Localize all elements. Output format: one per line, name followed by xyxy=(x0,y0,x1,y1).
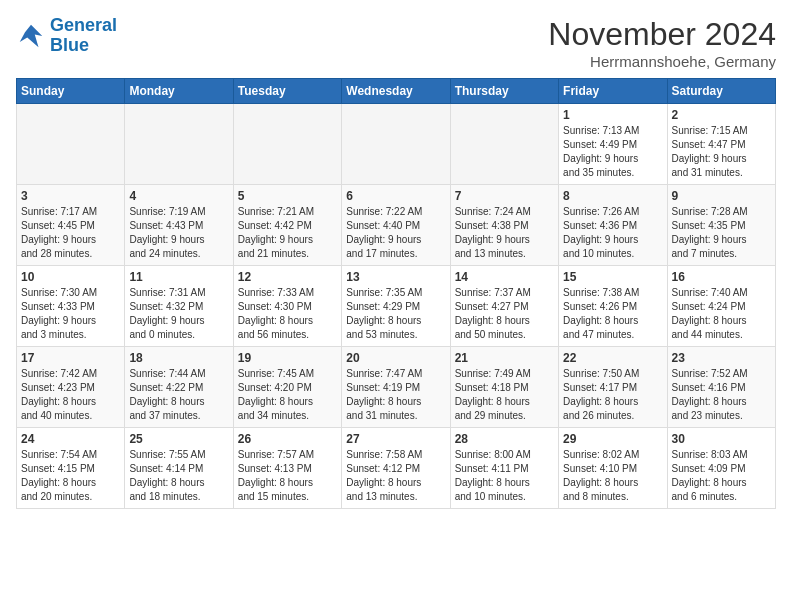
day-cell: 25Sunrise: 7:55 AM Sunset: 4:14 PM Dayli… xyxy=(125,428,233,509)
day-info: Sunrise: 7:42 AM Sunset: 4:23 PM Dayligh… xyxy=(21,367,120,423)
day-cell: 24Sunrise: 7:54 AM Sunset: 4:15 PM Dayli… xyxy=(17,428,125,509)
day-cell: 7Sunrise: 7:24 AM Sunset: 4:38 PM Daylig… xyxy=(450,185,558,266)
week-row-1: 1Sunrise: 7:13 AM Sunset: 4:49 PM Daylig… xyxy=(17,104,776,185)
day-info: Sunrise: 7:37 AM Sunset: 4:27 PM Dayligh… xyxy=(455,286,554,342)
day-cell xyxy=(125,104,233,185)
day-number: 16 xyxy=(672,270,771,284)
day-cell: 30Sunrise: 8:03 AM Sunset: 4:09 PM Dayli… xyxy=(667,428,775,509)
day-cell: 11Sunrise: 7:31 AM Sunset: 4:32 PM Dayli… xyxy=(125,266,233,347)
day-info: Sunrise: 8:03 AM Sunset: 4:09 PM Dayligh… xyxy=(672,448,771,504)
header-cell-friday: Friday xyxy=(559,79,667,104)
day-number: 21 xyxy=(455,351,554,365)
day-cell xyxy=(342,104,450,185)
day-cell: 27Sunrise: 7:58 AM Sunset: 4:12 PM Dayli… xyxy=(342,428,450,509)
day-cell: 12Sunrise: 7:33 AM Sunset: 4:30 PM Dayli… xyxy=(233,266,341,347)
month-title: November 2024 xyxy=(548,16,776,53)
day-cell: 5Sunrise: 7:21 AM Sunset: 4:42 PM Daylig… xyxy=(233,185,341,266)
day-number: 5 xyxy=(238,189,337,203)
week-row-4: 17Sunrise: 7:42 AM Sunset: 4:23 PM Dayli… xyxy=(17,347,776,428)
day-cell: 14Sunrise: 7:37 AM Sunset: 4:27 PM Dayli… xyxy=(450,266,558,347)
day-number: 20 xyxy=(346,351,445,365)
day-number: 11 xyxy=(129,270,228,284)
header-cell-thursday: Thursday xyxy=(450,79,558,104)
day-cell: 19Sunrise: 7:45 AM Sunset: 4:20 PM Dayli… xyxy=(233,347,341,428)
day-cell: 28Sunrise: 8:00 AM Sunset: 4:11 PM Dayli… xyxy=(450,428,558,509)
day-number: 26 xyxy=(238,432,337,446)
day-number: 12 xyxy=(238,270,337,284)
day-cell: 4Sunrise: 7:19 AM Sunset: 4:43 PM Daylig… xyxy=(125,185,233,266)
day-info: Sunrise: 7:17 AM Sunset: 4:45 PM Dayligh… xyxy=(21,205,120,261)
header-cell-monday: Monday xyxy=(125,79,233,104)
day-number: 22 xyxy=(563,351,662,365)
logo-line1: General xyxy=(50,15,117,35)
day-info: Sunrise: 7:55 AM Sunset: 4:14 PM Dayligh… xyxy=(129,448,228,504)
day-number: 27 xyxy=(346,432,445,446)
day-info: Sunrise: 7:13 AM Sunset: 4:49 PM Dayligh… xyxy=(563,124,662,180)
header-cell-tuesday: Tuesday xyxy=(233,79,341,104)
day-info: Sunrise: 7:45 AM Sunset: 4:20 PM Dayligh… xyxy=(238,367,337,423)
day-cell: 26Sunrise: 7:57 AM Sunset: 4:13 PM Dayli… xyxy=(233,428,341,509)
day-number: 8 xyxy=(563,189,662,203)
calendar-table: SundayMondayTuesdayWednesdayThursdayFrid… xyxy=(16,78,776,509)
day-info: Sunrise: 7:47 AM Sunset: 4:19 PM Dayligh… xyxy=(346,367,445,423)
day-info: Sunrise: 7:19 AM Sunset: 4:43 PM Dayligh… xyxy=(129,205,228,261)
day-cell: 17Sunrise: 7:42 AM Sunset: 4:23 PM Dayli… xyxy=(17,347,125,428)
day-cell: 13Sunrise: 7:35 AM Sunset: 4:29 PM Dayli… xyxy=(342,266,450,347)
day-number: 6 xyxy=(346,189,445,203)
week-row-5: 24Sunrise: 7:54 AM Sunset: 4:15 PM Dayli… xyxy=(17,428,776,509)
day-cell: 21Sunrise: 7:49 AM Sunset: 4:18 PM Dayli… xyxy=(450,347,558,428)
day-number: 19 xyxy=(238,351,337,365)
day-cell xyxy=(233,104,341,185)
logo-text: General Blue xyxy=(50,16,117,56)
day-number: 30 xyxy=(672,432,771,446)
day-number: 24 xyxy=(21,432,120,446)
day-number: 15 xyxy=(563,270,662,284)
day-cell: 6Sunrise: 7:22 AM Sunset: 4:40 PM Daylig… xyxy=(342,185,450,266)
day-number: 18 xyxy=(129,351,228,365)
day-cell: 10Sunrise: 7:30 AM Sunset: 4:33 PM Dayli… xyxy=(17,266,125,347)
day-cell: 8Sunrise: 7:26 AM Sunset: 4:36 PM Daylig… xyxy=(559,185,667,266)
svg-marker-0 xyxy=(20,25,43,48)
day-info: Sunrise: 8:02 AM Sunset: 4:10 PM Dayligh… xyxy=(563,448,662,504)
header: General Blue November 2024 Herrmannshoeh… xyxy=(16,16,776,70)
day-number: 10 xyxy=(21,270,120,284)
day-info: Sunrise: 7:31 AM Sunset: 4:32 PM Dayligh… xyxy=(129,286,228,342)
day-cell: 20Sunrise: 7:47 AM Sunset: 4:19 PM Dayli… xyxy=(342,347,450,428)
day-info: Sunrise: 7:58 AM Sunset: 4:12 PM Dayligh… xyxy=(346,448,445,504)
day-info: Sunrise: 7:49 AM Sunset: 4:18 PM Dayligh… xyxy=(455,367,554,423)
day-cell: 15Sunrise: 7:38 AM Sunset: 4:26 PM Dayli… xyxy=(559,266,667,347)
day-number: 14 xyxy=(455,270,554,284)
calendar-header-row: SundayMondayTuesdayWednesdayThursdayFrid… xyxy=(17,79,776,104)
day-info: Sunrise: 7:30 AM Sunset: 4:33 PM Dayligh… xyxy=(21,286,120,342)
day-cell xyxy=(450,104,558,185)
day-info: Sunrise: 7:40 AM Sunset: 4:24 PM Dayligh… xyxy=(672,286,771,342)
day-info: Sunrise: 7:38 AM Sunset: 4:26 PM Dayligh… xyxy=(563,286,662,342)
day-number: 17 xyxy=(21,351,120,365)
header-cell-saturday: Saturday xyxy=(667,79,775,104)
logo-line2: Blue xyxy=(50,35,89,55)
day-number: 1 xyxy=(563,108,662,122)
day-cell: 9Sunrise: 7:28 AM Sunset: 4:35 PM Daylig… xyxy=(667,185,775,266)
day-number: 3 xyxy=(21,189,120,203)
day-number: 29 xyxy=(563,432,662,446)
day-info: Sunrise: 7:35 AM Sunset: 4:29 PM Dayligh… xyxy=(346,286,445,342)
day-cell xyxy=(17,104,125,185)
day-number: 9 xyxy=(672,189,771,203)
day-number: 13 xyxy=(346,270,445,284)
day-info: Sunrise: 7:24 AM Sunset: 4:38 PM Dayligh… xyxy=(455,205,554,261)
day-cell: 18Sunrise: 7:44 AM Sunset: 4:22 PM Dayli… xyxy=(125,347,233,428)
day-info: Sunrise: 7:50 AM Sunset: 4:17 PM Dayligh… xyxy=(563,367,662,423)
title-area: November 2024 Herrmannshoehe, Germany xyxy=(548,16,776,70)
day-number: 4 xyxy=(129,189,228,203)
header-cell-sunday: Sunday xyxy=(17,79,125,104)
day-info: Sunrise: 7:21 AM Sunset: 4:42 PM Dayligh… xyxy=(238,205,337,261)
day-info: Sunrise: 7:54 AM Sunset: 4:15 PM Dayligh… xyxy=(21,448,120,504)
day-number: 28 xyxy=(455,432,554,446)
logo-icon xyxy=(16,21,46,51)
header-cell-wednesday: Wednesday xyxy=(342,79,450,104)
logo: General Blue xyxy=(16,16,117,56)
day-info: Sunrise: 7:26 AM Sunset: 4:36 PM Dayligh… xyxy=(563,205,662,261)
day-cell: 22Sunrise: 7:50 AM Sunset: 4:17 PM Dayli… xyxy=(559,347,667,428)
day-info: Sunrise: 7:15 AM Sunset: 4:47 PM Dayligh… xyxy=(672,124,771,180)
day-info: Sunrise: 7:22 AM Sunset: 4:40 PM Dayligh… xyxy=(346,205,445,261)
